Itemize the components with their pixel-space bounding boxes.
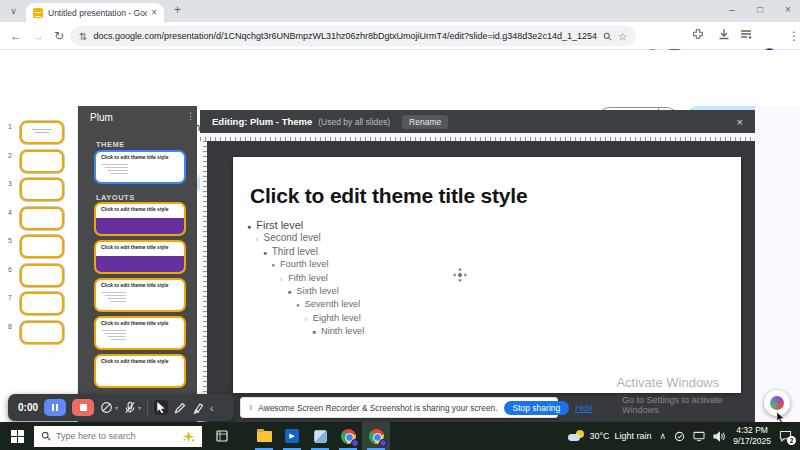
slide-number: 6 [0, 264, 20, 287]
drag-grip-icon[interactable]: ‖ [249, 403, 252, 412]
close-theme-editor-icon[interactable]: × [737, 116, 743, 128]
pen-tool-icon[interactable] [174, 402, 186, 414]
slide-thumbnail-row[interactable]: 5 [0, 235, 78, 258]
bullet-level-5: ○Fifth level [280, 273, 365, 286]
reload-button[interactable]: ↻ [54, 29, 64, 43]
tray-time: 4:32 PM [733, 425, 771, 436]
window-restore-button[interactable]: □ [757, 4, 763, 15]
back-button[interactable]: ← [10, 29, 22, 43]
notification-count-badge: 2 [787, 436, 796, 445]
collapse-toolbar-icon[interactable]: ‹ [210, 402, 214, 414]
slide-thumbnail[interactable] [20, 235, 64, 258]
mic-off-icon[interactable] [124, 401, 136, 414]
recording-timer: 0:00 [18, 402, 38, 413]
stop-recording-button[interactable] [72, 399, 94, 416]
theme-name[interactable]: Plum [90, 112, 113, 123]
slide-thumbnail-row[interactable]: 4 [0, 207, 78, 230]
slide-thumbnail-row[interactable]: 7 [0, 292, 78, 315]
browser-menu-icon[interactable]: ⋮ [788, 29, 800, 43]
weather-temperature: 30°C [589, 431, 609, 441]
zoom-page-icon[interactable] [603, 32, 612, 41]
url-text[interactable]: docs.google.com/presentation/d/1CNqchgt3… [93, 31, 597, 41]
taskbar-photos-app[interactable] [306, 422, 334, 450]
slide-thumbnail-row[interactable]: 6 [0, 264, 78, 287]
slide-canvas: Click to edit theme title style ●First l… [200, 141, 755, 422]
slide-body-placeholder[interactable]: ●First level○Second level■Third level●Fo… [247, 219, 364, 340]
taskbar-file-explorer[interactable] [250, 422, 278, 450]
slide-thumbnail-row[interactable]: 1 [0, 121, 78, 144]
slide-thumbnail[interactable] [20, 321, 64, 344]
forward-button[interactable]: → [32, 29, 44, 43]
start-button[interactable] [0, 430, 34, 443]
rename-button[interactable]: Rename [402, 115, 448, 129]
window-close-button[interactable]: × [785, 4, 791, 15]
webcam-off-icon[interactable] [100, 401, 113, 414]
bullet-marker: ● [247, 223, 251, 230]
task-view-button[interactable] [208, 422, 236, 450]
cursor-tool-icon[interactable] [154, 400, 168, 415]
slide-thumbnail[interactable] [20, 292, 64, 315]
slide-thumbnail[interactable] [20, 178, 64, 201]
pause-recording-button[interactable] [44, 399, 66, 416]
bullet-marker: ○ [280, 276, 283, 282]
taskbar-chrome-active[interactable] [362, 422, 390, 450]
tab-close-icon[interactable]: × [151, 8, 157, 18]
bullet-marker: ● [272, 262, 275, 268]
mic-caret-icon[interactable]: ▾ [138, 404, 141, 411]
slide-thumbnail[interactable] [20, 207, 64, 230]
show-hidden-icons-button[interactable]: ∧ [660, 431, 667, 441]
slide-editing-area[interactable]: Click to edit theme title style ●First l… [233, 157, 741, 393]
bullet-level-1: ●First level [247, 219, 364, 232]
taskbar-chrome[interactable] [334, 422, 362, 450]
bullet-marker: ○ [304, 316, 307, 322]
slide-thumbnail[interactable] [20, 121, 64, 144]
new-tab-button[interactable]: + [174, 3, 181, 17]
slide-number: 3 [0, 178, 20, 201]
theme-master-thumbnail[interactable]: Click to edit theme title style [94, 150, 186, 184]
network-tray-icon[interactable] [693, 431, 705, 442]
slide-filmstrip: 12345678 [0, 106, 78, 422]
hide-notification-link[interactable]: Hide [575, 403, 592, 413]
layout-title: Click to edit theme title style [96, 280, 184, 289]
window-minimize-button[interactable]: – [729, 4, 735, 15]
copilot-sparkle-icon[interactable] [182, 430, 195, 443]
widget-logo [770, 396, 784, 410]
slide-thumbnail-row[interactable]: 3 [0, 178, 78, 201]
layout-thumbnail[interactable]: Click to edit theme title style [94, 202, 186, 236]
tab-search-icon[interactable]: ∨ [6, 4, 21, 19]
slides-favicon [33, 8, 43, 18]
weather-widget[interactable]: 30°C Light rain [568, 430, 651, 442]
media-queue-icon[interactable] [740, 28, 752, 40]
tab-title: Untitled presentation - Goog... [48, 8, 147, 18]
chrome-badge [351, 439, 359, 447]
bullet-text: Fourth level [280, 259, 329, 269]
slide-thumbnail[interactable] [20, 150, 64, 173]
taskbar-movies-app[interactable]: ▶ [278, 422, 306, 450]
bookmark-star-icon[interactable]: ☆ [618, 31, 627, 42]
onedrive-tray-icon[interactable] [674, 431, 685, 442]
action-center-button[interactable]: 2 [779, 430, 792, 442]
downloads-icon[interactable] [718, 28, 730, 40]
taskbar-search-box[interactable] [34, 426, 202, 447]
layout-thumbnail[interactable]: Click to edit theme title style [94, 278, 186, 312]
search-input[interactable] [56, 431, 156, 441]
theme-more-icon[interactable]: ⋮ [186, 111, 195, 121]
move-cursor-icon [453, 268, 467, 282]
volume-tray-icon[interactable] [713, 431, 725, 442]
taskbar-clock[interactable]: 4:32 PM 9/17/2025 [733, 425, 771, 446]
slide-thumbnail-row[interactable]: 2 [0, 150, 78, 173]
slide-thumbnail-row[interactable]: 8 [0, 321, 78, 344]
highlighter-tool-icon[interactable] [192, 402, 204, 414]
address-bar[interactable]: ⇅ docs.google.com/presentation/d/1CNqchg… [70, 26, 636, 46]
webcam-caret-icon[interactable]: ▾ [115, 404, 118, 411]
extensions-puzzle-icon[interactable] [692, 28, 704, 40]
layout-thumbnail[interactable]: Click to edit theme title style [94, 240, 186, 274]
slide-thumbnail[interactable] [20, 264, 64, 287]
bullet-text: Third level [272, 246, 318, 257]
layout-thumbnail[interactable]: Click to edit theme title style [94, 316, 186, 350]
site-info-icon[interactable]: ⇅ [79, 31, 87, 42]
layout-thumbnail[interactable]: Click to edit theme title style [94, 354, 186, 388]
browser-tab[interactable]: Untitled presentation - Goog... × [26, 3, 164, 22]
slide-title-placeholder[interactable]: Click to edit theme title style [250, 184, 527, 208]
stop-sharing-button[interactable]: Stop sharing [504, 401, 570, 415]
